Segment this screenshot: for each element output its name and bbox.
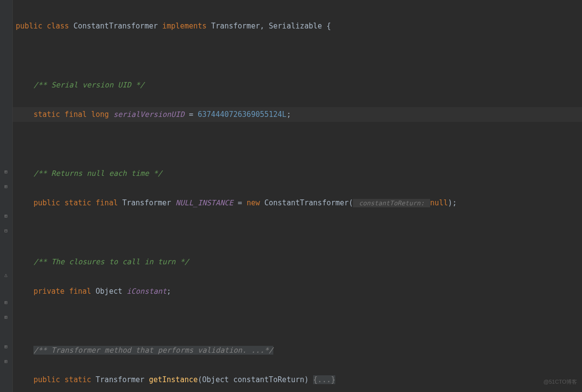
override-up-icon[interactable]: △ (2, 272, 9, 279)
code-line (16, 313, 457, 328)
fold-expand-icon[interactable]: ⊞ (2, 343, 9, 350)
editor-gutter: ⊞ ⊞ ⊞ ⊟ △ ⊞ ⊞ ⊞ ⊞ (0, 0, 13, 392)
code-line: /** Transformer method that performs val… (16, 343, 457, 358)
code-line (16, 225, 457, 240)
folded-javadoc: /** Transformer method that performs val… (33, 346, 273, 355)
watermark-text: @51CTO博客 (544, 374, 577, 389)
code-line: private final Object iConstant; (16, 284, 457, 299)
code-line: /** Serial version UID */ (16, 78, 457, 92)
folded-body: {...} (313, 375, 335, 384)
code-line: public class ConstantTransformer impleme… (16, 19, 457, 33)
code-line (16, 48, 457, 63)
fold-collapse-icon[interactable]: ⊟ (2, 227, 9, 234)
code-line (16, 137, 457, 151)
fold-expand-icon[interactable]: ⊞ (2, 213, 9, 220)
code-line: public static final Transformer NULL_INS… (16, 196, 457, 210)
code-line: /** Returns null each time */ (16, 166, 457, 181)
code-editor[interactable]: public class ConstantTransformer impleme… (16, 4, 457, 392)
fold-expand-icon[interactable]: ⊞ (2, 168, 9, 175)
fold-expand-icon[interactable]: ⊞ (2, 183, 9, 190)
code-line: static final long serialVersionUID = 637… (16, 107, 457, 122)
code-line: /** The closures to call in turn */ (16, 254, 457, 269)
inline-hint: constantToReturn: (353, 199, 430, 207)
fold-expand-icon[interactable]: ⊞ (2, 358, 9, 365)
fold-expand-icon[interactable]: ⊞ (2, 314, 9, 321)
fold-expand-icon[interactable]: ⊞ (2, 299, 9, 306)
code-line: public static Transformer getInstance(Ob… (16, 372, 457, 387)
